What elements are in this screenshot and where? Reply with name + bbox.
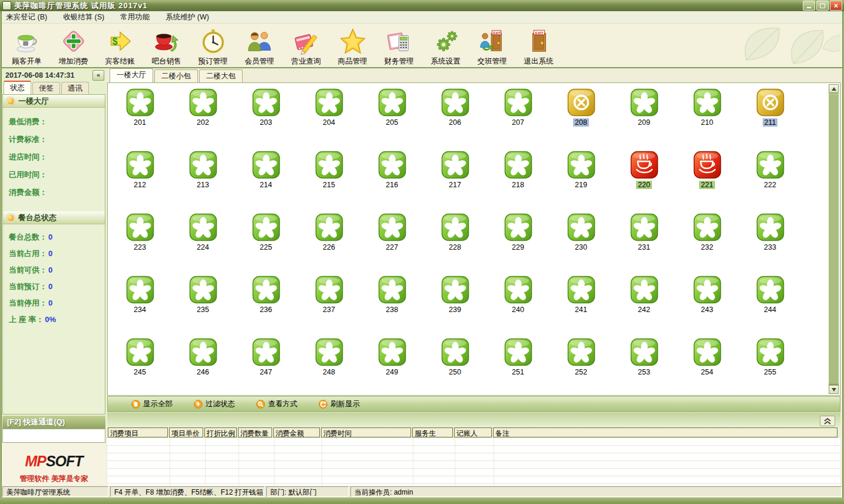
table-cell[interactable]: 246: [171, 333, 234, 396]
table-cell[interactable]: 241: [550, 271, 613, 333]
table-cell[interactable]: 203: [234, 84, 297, 146]
table-cell[interactable]: 201: [108, 84, 171, 146]
table-cell[interactable]: 224: [171, 208, 234, 271]
table-cell[interactable]: 208: [550, 84, 613, 146]
tab-floor2-large[interactable]: 二楼大包: [199, 69, 243, 82]
table-cell[interactable]: 252: [550, 333, 613, 396]
column-header[interactable]: 消费项目: [108, 427, 168, 437]
table-cell[interactable]: 237: [297, 271, 360, 333]
table-cell[interactable]: 211: [739, 84, 802, 146]
table-cell[interactable]: 239: [423, 271, 486, 333]
table-cell[interactable]: 243: [676, 271, 739, 333]
table-cell[interactable]: 210: [676, 84, 739, 146]
table-cell[interactable]: 249: [360, 333, 423, 396]
table-cell[interactable]: 228: [423, 208, 486, 271]
table-cell[interactable]: 207: [486, 84, 550, 146]
table-cell[interactable]: 240: [486, 271, 550, 333]
show-all-button[interactable]: 显示全部: [131, 399, 173, 409]
business-query-button[interactable]: 营业查询: [283, 24, 329, 67]
table-cell[interactable]: 255: [739, 333, 802, 396]
reservation-button[interactable]: 预订管理: [190, 24, 236, 67]
quick-channel-input[interactable]: [2, 429, 105, 443]
goods-button[interactable]: 商品管理: [329, 24, 376, 67]
column-header[interactable]: 消费数量: [238, 427, 272, 437]
table-cell[interactable]: 213: [171, 146, 234, 208]
column-header[interactable]: 服务生: [412, 427, 453, 437]
sidebar-tab-notes[interactable]: 便签: [32, 82, 60, 94]
column-header[interactable]: 消费金额: [273, 427, 320, 437]
sidebar-collapse-button[interactable]: «: [92, 70, 104, 81]
maximize-button[interactable]: [816, 1, 829, 11]
table-cell[interactable]: 223: [108, 208, 171, 271]
table-cell[interactable]: 248: [297, 333, 360, 396]
table-cell[interactable]: 229: [486, 208, 550, 271]
menu-system-maintain[interactable]: 系统维护 (W): [166, 12, 209, 22]
table-cell[interactable]: 219: [550, 146, 613, 208]
table-cell[interactable]: 245: [108, 333, 171, 396]
table-cell[interactable]: 206: [423, 84, 486, 146]
open-bill-button[interactable]: 顾客开单: [4, 24, 50, 67]
tab-floor1-hall[interactable]: 一楼大厅: [110, 68, 153, 82]
view-mode-button[interactable]: 查看方式: [256, 399, 297, 409]
table-cell[interactable]: 220: [613, 146, 676, 208]
table-cell[interactable]: 234: [108, 271, 171, 333]
table-cell[interactable]: 212: [108, 146, 171, 208]
column-header[interactable]: 打折比例: [204, 427, 237, 437]
sidebar-tab-status[interactable]: 状态: [4, 81, 31, 94]
column-header[interactable]: 备注: [493, 427, 838, 437]
table-cell[interactable]: 226: [297, 208, 360, 271]
scroll-down-arrow[interactable]: [829, 385, 839, 394]
table-cell[interactable]: 216: [360, 146, 423, 208]
finance-button[interactable]: 财务管理: [376, 24, 422, 67]
table-cell[interactable]: 231: [613, 208, 676, 271]
settings-button[interactable]: 系统设置: [422, 24, 469, 67]
table-cell[interactable]: 236: [234, 271, 297, 333]
table-cell[interactable]: 244: [739, 271, 802, 333]
add-consumption-button[interactable]: 增加消费: [50, 24, 97, 67]
table-cell[interactable]: 205: [360, 84, 423, 146]
guest-checkout-button[interactable]: $ 宾客结账: [97, 24, 143, 67]
table-cell[interactable]: 227: [360, 208, 423, 271]
sidebar-tab-comms[interactable]: 通讯: [61, 82, 89, 94]
table-cell[interactable]: 233: [739, 208, 802, 271]
menu-guest-register[interactable]: 来宾登记 (B): [6, 12, 47, 22]
table-cell[interactable]: 235: [171, 271, 234, 333]
table-cell[interactable]: 209: [613, 84, 676, 146]
table-cell[interactable]: 250: [423, 333, 486, 396]
table-cell[interactable]: 217: [423, 146, 486, 208]
table-cell[interactable]: 232: [676, 208, 739, 271]
bar-sale-button[interactable]: 吧台销售: [143, 24, 190, 67]
table-cell[interactable]: 215: [297, 146, 360, 208]
table-cell[interactable]: 221: [676, 146, 739, 208]
table-cell[interactable]: 204: [297, 84, 360, 146]
table-cell[interactable]: 214: [234, 146, 297, 208]
shift-button[interactable]: EXIT 交班管理: [469, 24, 515, 67]
scroll-thumb[interactable]: [829, 94, 839, 384]
filter-state-button[interactable]: 过滤状态: [194, 399, 235, 409]
refresh-button[interactable]: 刷新显示: [319, 399, 360, 409]
table-cell[interactable]: 251: [486, 333, 550, 396]
table-cell[interactable]: 202: [171, 84, 234, 146]
grid-scrollbar[interactable]: [829, 84, 839, 394]
exit-button[interactable]: EXIT 退出系统: [515, 24, 562, 67]
column-header[interactable]: 消费时间: [321, 427, 411, 437]
table-cell[interactable]: 218: [486, 146, 550, 208]
table-cell[interactable]: 253: [613, 333, 676, 396]
minimize-button[interactable]: [803, 1, 815, 11]
table-cell[interactable]: 242: [613, 271, 676, 333]
member-button[interactable]: 会员管理: [236, 24, 283, 67]
panel-collapse-button[interactable]: [820, 416, 835, 426]
table-cell[interactable]: 230: [550, 208, 613, 271]
table-cell[interactable]: 222: [739, 146, 802, 208]
menu-common-functions[interactable]: 常用功能: [120, 12, 150, 22]
table-cell[interactable]: 225: [234, 208, 297, 271]
table-cell[interactable]: 238: [360, 271, 423, 333]
menu-cashier-settle[interactable]: 收银结算 (S): [63, 12, 104, 22]
table-cell[interactable]: 254: [676, 333, 739, 396]
tab-floor2-small[interactable]: 二楼小包: [154, 69, 198, 82]
close-button[interactable]: ×: [830, 1, 842, 11]
scroll-up-arrow[interactable]: [829, 84, 839, 93]
column-header[interactable]: 项目单价: [169, 427, 203, 437]
column-header[interactable]: 记账人: [454, 427, 492, 437]
table-cell[interactable]: 247: [234, 333, 297, 396]
